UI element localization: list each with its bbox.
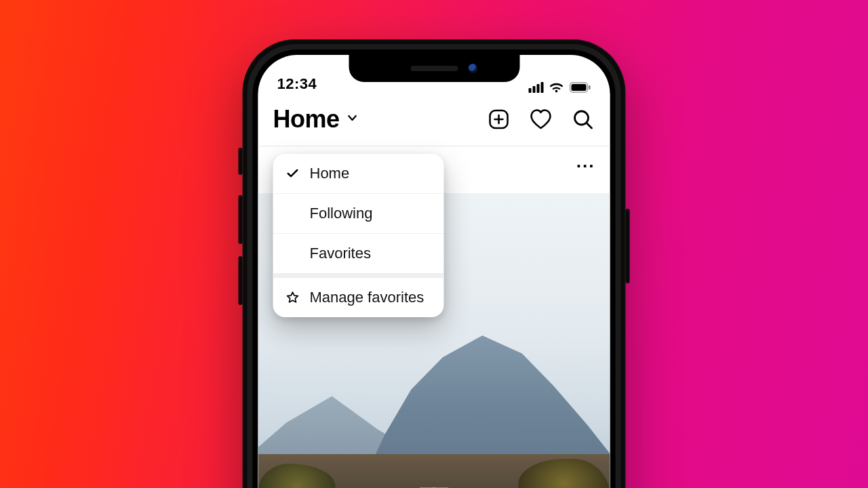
feed-title: Home: [273, 105, 340, 134]
mute-switch: [239, 148, 243, 175]
menu-item-manage-favorites[interactable]: Manage favorites: [273, 278, 444, 317]
svg-rect-2: [589, 85, 591, 89]
volume-up-button: [239, 195, 243, 244]
create-button[interactable]: [487, 107, 511, 131]
search-button[interactable]: [571, 107, 595, 131]
heart-icon: [530, 108, 553, 130]
menu-item-label: Manage favorites: [310, 289, 425, 306]
menu-item-label: Following: [310, 205, 373, 222]
volume-down-button: [239, 256, 243, 305]
menu-item-label: Home: [310, 165, 350, 182]
menu-item-favorites[interactable]: Favorites: [273, 234, 444, 274]
search-icon: [572, 108, 594, 130]
phone-frame: 12:34: [243, 39, 626, 488]
battery-icon: [570, 82, 591, 93]
feed-switcher-button[interactable]: Home: [273, 105, 359, 134]
chevron-down-icon: [347, 112, 359, 127]
status-time: 12:34: [277, 75, 317, 93]
menu-item-following[interactable]: Following: [273, 194, 444, 234]
cellular-icon: [529, 82, 544, 93]
menu-item-home[interactable]: Home: [273, 154, 444, 194]
wifi-icon: [549, 82, 564, 93]
feed-switcher-menu: Home Following Favorites: [273, 154, 444, 317]
menu-item-label: Favorites: [310, 245, 371, 262]
notch: [349, 55, 519, 82]
svg-point-4: [575, 111, 589, 125]
svg-rect-1: [572, 84, 587, 91]
app-header: Home: [258, 93, 610, 146]
star-outline-icon: [285, 291, 300, 304]
post-more-button[interactable]: ···: [576, 156, 595, 184]
activity-button[interactable]: [529, 107, 553, 131]
plus-square-icon: [488, 108, 510, 130]
front-camera: [468, 64, 477, 73]
check-icon: [285, 167, 300, 180]
promo-background: 12:34: [0, 0, 868, 488]
power-button: [626, 209, 630, 283]
phone-screen: 12:34: [258, 55, 610, 488]
speaker-grille: [410, 66, 458, 71]
